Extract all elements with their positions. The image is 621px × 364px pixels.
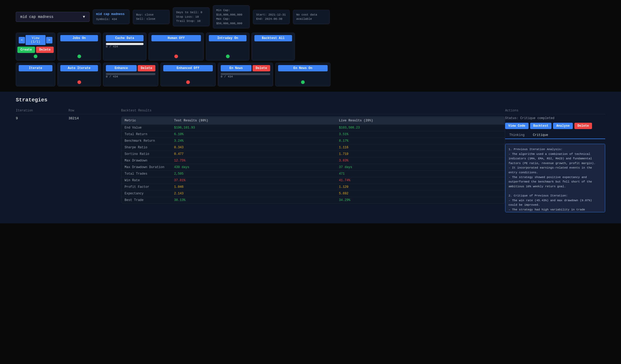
- auto-dot-red: [77, 80, 81, 84]
- auto-iterate-button[interactable]: Auto Iterate: [60, 65, 98, 71]
- iterate-card: Iterate: [16, 63, 55, 86]
- human-card: Human Off: [149, 33, 204, 61]
- backtest-data-row: Max Drawdown Duration 430 days 37 days: [121, 164, 505, 171]
- backtest-live-val: $103,508.23: [339, 126, 502, 130]
- row-value: 38214: [68, 116, 121, 120]
- col-iteration: Iteration: [16, 109, 68, 112]
- jobs-dot-green: [77, 55, 81, 58]
- cache-progress-text: 0 / 434: [106, 45, 144, 48]
- backtest-test-val: 1.046: [174, 185, 337, 189]
- backtest-metric: Total Trades: [125, 172, 172, 176]
- backtest-live-val: 471: [339, 172, 502, 176]
- strategies-table-header: Iteration Row Backtest Results Actions: [16, 107, 605, 114]
- info-card-lines-0: Symbols: 434: [96, 17, 126, 22]
- backtest-metric: Max Drawdown Duration: [125, 165, 172, 169]
- info-card-lines-1: Buy: close Sell: close: [136, 13, 166, 21]
- intraday-on-button[interactable]: Intraday On: [209, 35, 247, 41]
- backtest-data-row: Sortino Ratio 0.477 1.710: [121, 151, 505, 158]
- enhance-button[interactable]: Enhance: [106, 65, 137, 71]
- backtest-metric: Benchmark Return: [125, 139, 172, 143]
- info-card-lines-2: Days to Sell: 0 Stop Loss: 10 Trail Stop…: [176, 10, 206, 23]
- human-off-button[interactable]: Human Off: [151, 35, 201, 41]
- analyse-button[interactable]: Analyse: [553, 123, 573, 129]
- en-news-progress-bar: [221, 73, 270, 75]
- enhance-progress-text: 0 / 434: [106, 75, 155, 78]
- info-card-dates: Start: 2021-12-31 End: 2024-06-30: [253, 10, 290, 24]
- human-dot-red: [174, 55, 178, 58]
- strategy-selector-row: mid cap madness ▼ mid cap madness Symbol…: [16, 5, 605, 28]
- auto-iterate-card: Auto Iterate: [57, 63, 101, 86]
- nav-btn-group: < View (1/1) >: [19, 35, 52, 45]
- backtest-rows: End Value $106,101.93 $103,508.23 Total …: [121, 125, 505, 203]
- backtest-live-val: 5.692: [339, 192, 502, 195]
- backtest-metric: Win Rate: [125, 179, 172, 182]
- backtest-test-val: 430 days: [174, 165, 337, 169]
- backtest-metric: Expectancy: [125, 192, 172, 195]
- tab-critique[interactable]: Critique: [529, 132, 553, 139]
- status-text: Status: Critique completed: [505, 116, 605, 120]
- backtest-live-val: 8.17%: [339, 139, 502, 143]
- info-card-lines-3: Min Cap: $10,000,000,000 Max Cap: $50,00…: [216, 8, 246, 26]
- backtest-metric: Sharpe Ratio: [125, 146, 172, 149]
- backtest-live-val: 41.74%: [339, 179, 502, 182]
- backtest-col-metric: Metric: [125, 119, 172, 122]
- backtest-live-val: 37 days: [339, 165, 502, 169]
- backtest-test-val: 12.75%: [174, 159, 337, 163]
- strategy-dropdown[interactable]: mid cap madness ▼: [16, 12, 90, 22]
- iterate-button[interactable]: Iterate: [19, 65, 52, 71]
- strategies-title: Strategies: [16, 97, 605, 103]
- backtest-metric: Sortino Ratio: [125, 152, 172, 156]
- backtest-live-val: 3.51%: [339, 132, 502, 136]
- critique-box: 1. Previous Iteration Analysis: - The al…: [505, 144, 605, 212]
- table-row: 9 38214 Metric Test Results (80%) Live R…: [16, 114, 605, 214]
- view-code-button[interactable]: View Code: [505, 123, 529, 129]
- backtest-all-button[interactable]: Backtest All: [254, 35, 292, 41]
- info-card-title-0: mid cap madness: [96, 12, 126, 16]
- backtest-test-val: 37.81%: [174, 179, 337, 182]
- en-news-delete-button[interactable]: Delete: [253, 65, 270, 71]
- backtest-test-val: 2.143: [174, 192, 337, 195]
- cache-data-button[interactable]: Cache Data: [106, 35, 144, 41]
- backtest-data-row: Total Trades 2,505 471: [121, 171, 505, 177]
- create-button[interactable]: Create: [17, 47, 35, 53]
- top-section: mid cap madness ▼ mid cap madness Symbol…: [0, 0, 621, 92]
- en-news-on-button[interactable]: En News On: [278, 65, 328, 71]
- jobs-button[interactable]: Jobs On: [60, 35, 98, 41]
- view-card: < View (1/1) > Create Delete: [16, 33, 55, 61]
- info-card-cost: No cost data available: [293, 10, 330, 24]
- intraday-dot-green: [226, 55, 230, 58]
- col-row: Row: [68, 109, 121, 112]
- backtest-test-val: 3.24%: [174, 139, 337, 143]
- backtest-metric: Profit Factor: [125, 185, 172, 189]
- backtest-data-row: Best Trade 38.13% 34.29%: [121, 197, 505, 203]
- view-button[interactable]: View (1/1): [26, 35, 46, 45]
- delete-button-view[interactable]: Delete: [36, 47, 54, 53]
- backtest-header: Metric Test Results (80%) Live Results (…: [121, 117, 505, 125]
- info-card-lines-4: Start: 2021-12-31 End: 2024-06-30: [256, 13, 286, 21]
- enhance-card: Enhance Delete 0 / 434: [103, 63, 158, 86]
- enhance-delete-button[interactable]: Delete: [138, 65, 155, 71]
- col-backtest: Backtest Results: [121, 109, 505, 112]
- backtest-data-row: Expectancy 2.143 5.692: [121, 190, 505, 197]
- cache-progress-bar: [106, 43, 144, 45]
- nav-prev-button[interactable]: <: [19, 37, 25, 43]
- en-news-card: En News Delete 0 / 434: [218, 63, 273, 86]
- enhanced-off-card: Enhanced Off: [160, 63, 216, 86]
- backtest-live-val: 1.710: [339, 152, 502, 156]
- enhanced-off-button[interactable]: Enhanced Off: [163, 65, 213, 71]
- en-news-button[interactable]: En News: [221, 65, 252, 71]
- backtest-live-val: 1.120: [339, 185, 502, 189]
- tabs-row: Thinking Critique: [505, 132, 605, 139]
- en-news-on-dot-green: [301, 80, 305, 84]
- enhance-progress-bar: [106, 73, 155, 75]
- backtest-test-val: 6.10%: [174, 132, 337, 136]
- backtest-data-row: Profit Factor 1.046 1.120: [121, 184, 505, 190]
- backtest-metric: Max Drawdown: [125, 159, 172, 163]
- nav-next-button[interactable]: >: [46, 37, 52, 43]
- backtest-button[interactable]: Backtest: [530, 123, 552, 129]
- delete-strategy-button[interactable]: Delete: [574, 123, 592, 129]
- backtest-test-val: 2,505: [174, 172, 337, 176]
- backtest-live-val: 3.83%: [339, 159, 502, 163]
- tab-thinking[interactable]: Thinking: [505, 132, 529, 139]
- strategy-name: mid cap madness: [20, 15, 53, 19]
